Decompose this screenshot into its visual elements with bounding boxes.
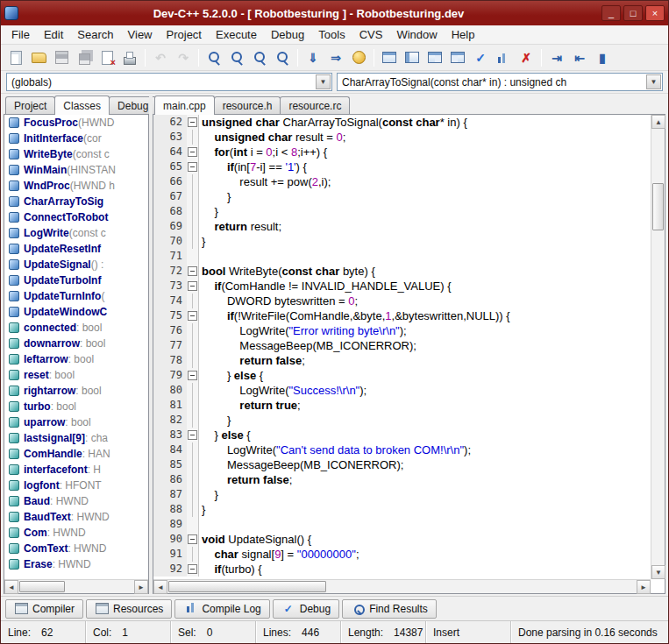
maximize-button[interactable]: □ — [623, 5, 643, 21]
menu-view[interactable]: View — [121, 26, 160, 43]
redo-button[interactable]: ↷ — [172, 47, 195, 68]
scroll-left-button[interactable]: ◄ — [153, 580, 167, 594]
class-browser-item[interactable]: Erase : HWND — [4, 556, 148, 572]
scroll-right-button[interactable]: ► — [637, 580, 651, 594]
scrollbar-thumb[interactable] — [652, 183, 664, 230]
class-browser-item[interactable]: LogWrite(const c — [4, 225, 148, 241]
menu-debug[interactable]: Debug — [264, 26, 311, 43]
class-browser-item[interactable]: WinMain(HINSTAN — [4, 162, 148, 178]
scope-combo[interactable]: (globals) ▼ — [6, 73, 332, 91]
new-source-button[interactable] — [4, 47, 27, 68]
tree-horizontal-scrollbar[interactable]: ◄ ► — [4, 579, 148, 593]
compile-button[interactable]: ⇓ — [302, 47, 324, 68]
menu-edit[interactable]: Edit — [37, 26, 70, 43]
class-browser-item[interactable]: interfacefont : H — [4, 462, 148, 478]
tab-compiler[interactable]: Compiler — [5, 599, 83, 619]
menu-file[interactable]: File — [4, 26, 37, 43]
editor-vertical-scrollbar[interactable]: ▲ ▼ — [651, 115, 665, 579]
scrollbar-thumb[interactable] — [19, 581, 65, 592]
save-button[interactable] — [50, 47, 73, 68]
class-browser-item[interactable]: Baud : HWND — [4, 493, 148, 509]
find-next-button[interactable] — [248, 47, 271, 68]
goto-function-button[interactable]: ⇥ — [545, 47, 568, 68]
fold-marker[interactable] — [187, 264, 199, 279]
jump-back-button[interactable]: ⇤ — [568, 47, 591, 68]
scroll-up-button[interactable]: ▲ — [651, 115, 665, 129]
class-browser-item[interactable]: CharArrayToSig — [4, 194, 148, 209]
window-layout-2-button[interactable] — [401, 47, 423, 68]
run-button[interactable]: ⇒ — [324, 47, 347, 68]
menu-help[interactable]: Help — [445, 26, 482, 43]
tab-debug[interactable]: ✓Debug — [273, 599, 339, 619]
close-button[interactable]: × — [645, 5, 665, 21]
compile-run-button[interactable] — [347, 47, 370, 68]
scroll-right-button[interactable]: ► — [134, 580, 148, 594]
chevron-down-icon[interactable]: ▼ — [316, 74, 331, 89]
fold-marker[interactable] — [187, 428, 199, 442]
fold-marker[interactable] — [187, 562, 199, 577]
class-browser-item[interactable]: ComText : HWND — [4, 541, 148, 556]
fold-marker[interactable] — [187, 532, 199, 547]
abort-button[interactable]: ✗ — [515, 47, 537, 68]
class-browser-item[interactable]: UpdateResetInf — [4, 241, 148, 257]
class-browser-item[interactable]: turbo : bool — [4, 399, 148, 414]
open-project-button[interactable] — [27, 47, 50, 68]
tab-find-results[interactable]: Find Results — [342, 599, 437, 619]
goto-line-button[interactable] — [271, 47, 294, 68]
class-browser-item[interactable]: ConnectToRobot — [4, 209, 148, 225]
fold-marker[interactable] — [187, 279, 199, 294]
fold-marker[interactable] — [187, 368, 199, 383]
menu-tools[interactable]: Tools — [311, 26, 352, 43]
class-browser-item[interactable]: UpdateTurnInfo( — [4, 288, 148, 304]
class-browser-item[interactable]: BaudText : HWND — [4, 509, 148, 525]
editor-tab-main-cpp[interactable]: main.cpp — [154, 96, 215, 115]
editor-horizontal-scrollbar[interactable]: ◄ ► — [153, 579, 651, 593]
class-browser-item[interactable]: uparrow : bool — [4, 414, 148, 430]
tab-classes[interactable]: Classes — [54, 96, 110, 115]
fold-marker[interactable] — [187, 308, 199, 323]
menu-window[interactable]: Window — [389, 26, 444, 43]
fold-marker[interactable] — [187, 145, 199, 159]
replace-button[interactable] — [225, 47, 248, 68]
scroll-left-button[interactable]: ◄ — [4, 580, 18, 594]
class-browser-item[interactable]: UpdateWindowC — [4, 304, 148, 320]
class-browser-item[interactable]: rightarrow : bool — [4, 383, 148, 399]
syntax-check-button[interactable]: ✓ — [469, 47, 492, 68]
chevron-down-icon[interactable]: ▼ — [646, 74, 661, 89]
class-browser-item[interactable]: Com : HWND — [4, 525, 148, 541]
class-browser-tree[interactable]: FocusProc(HWNDInitInterface(corWriteByte… — [4, 115, 148, 579]
class-browser-item[interactable]: UpdateTurboInf — [4, 272, 148, 288]
menu-cvs[interactable]: CVS — [352, 26, 390, 43]
class-browser-item[interactable]: lastsignal[9] : cha — [4, 430, 148, 446]
undo-button[interactable]: ↶ — [149, 47, 172, 68]
tab-compile-log[interactable]: Compile Log — [174, 599, 269, 619]
editor-tab-resource-h[interactable]: resource.h — [214, 96, 281, 115]
class-browser-item[interactable]: UpdateSignal() : — [4, 257, 148, 272]
editor-tab-resource-rc[interactable]: resource.rc — [280, 96, 350, 115]
scroll-down-button[interactable]: ▼ — [651, 565, 665, 579]
class-browser-item[interactable]: connected : bool — [4, 320, 148, 336]
minimize-button[interactable]: _ — [601, 5, 621, 21]
profile-button[interactable] — [492, 47, 515, 68]
print-button[interactable] — [118, 47, 141, 68]
find-button[interactable] — [203, 47, 225, 68]
class-browser-item[interactable]: reset : bool — [4, 367, 148, 383]
member-combo[interactable]: CharArrayToSignal(const char* in) : unsi… — [337, 73, 663, 91]
fold-marker[interactable] — [187, 115, 199, 130]
tab-project[interactable]: Project — [5, 96, 55, 115]
close-file-button[interactable] — [96, 47, 118, 68]
scrollbar-thumb[interactable] — [168, 581, 326, 592]
menu-execute[interactable]: Execute — [209, 26, 264, 43]
menu-search[interactable]: Search — [70, 26, 120, 43]
tab-resources[interactable]: Resources — [86, 599, 172, 619]
class-browser-item[interactable]: WndProc(HWND h — [4, 178, 148, 194]
window-layout-1-button[interactable] — [378, 47, 401, 68]
class-browser-item[interactable]: ComHandle : HAN — [4, 446, 148, 462]
class-browser-item[interactable]: downarrow : bool — [4, 336, 148, 351]
fold-marker[interactable] — [187, 159, 199, 174]
insert-button[interactable]: ▮ — [591, 47, 614, 68]
window-layout-4-button[interactable] — [446, 47, 469, 68]
class-browser-item[interactable]: InitInterface(cor — [4, 131, 148, 146]
class-browser-item[interactable]: FocusProc(HWND — [4, 115, 148, 131]
class-browser-item[interactable]: leftarrow : bool — [4, 351, 148, 367]
